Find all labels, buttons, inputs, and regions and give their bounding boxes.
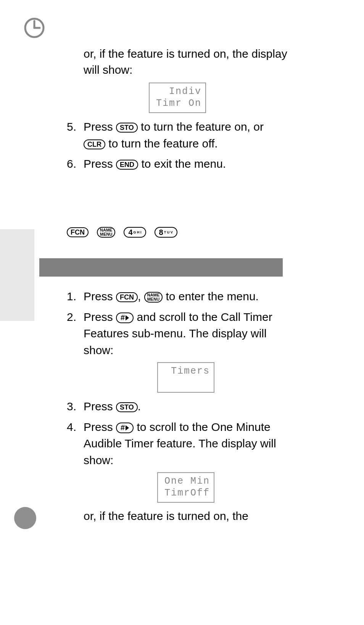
fcn-key-icon: FCN bbox=[67, 227, 89, 237]
step-text: Press bbox=[84, 157, 116, 170]
step-number: 6. bbox=[67, 155, 76, 172]
side-tab bbox=[0, 229, 34, 321]
step-text: Press bbox=[84, 421, 116, 433]
step-number: 2. bbox=[67, 309, 76, 325]
key-digit: 8 bbox=[159, 228, 163, 237]
step-number: 4. bbox=[67, 419, 76, 436]
step-text: to turn the feature on, or bbox=[138, 120, 264, 133]
step-text: to turn the feature off. bbox=[105, 137, 218, 150]
fcn-key-icon: FCN bbox=[116, 292, 138, 302]
section-divider-bar bbox=[39, 258, 283, 277]
shortcut-key-row: FCN NAME MENU 4G H I 8T U V bbox=[67, 227, 177, 238]
step-text: Press bbox=[84, 311, 116, 323]
lcd-line: Timr On bbox=[156, 98, 201, 109]
key-letters: T U V bbox=[164, 231, 173, 234]
digit-8-key-icon: 8T U V bbox=[155, 227, 177, 238]
name-menu-key-icon: NAMEMENU bbox=[144, 292, 163, 303]
step-number: 1. bbox=[67, 288, 76, 305]
key-letters: G H I bbox=[134, 231, 142, 234]
step-number: 3. bbox=[67, 398, 76, 415]
step-5: 5. Press STO to turn the feature on, or … bbox=[67, 118, 288, 152]
page: or, if the feature is turned on, the dis… bbox=[0, 0, 364, 625]
svg-marker-3 bbox=[126, 315, 129, 321]
step-number: 5. bbox=[67, 118, 76, 135]
step-3: 3. Press STO. bbox=[67, 398, 288, 415]
sto-key-icon: STO bbox=[116, 123, 138, 133]
step-text: to enter the menu. bbox=[163, 290, 259, 303]
step-1: 1. Press FCN, NAMEMENU to enter the menu… bbox=[67, 288, 288, 305]
hash-scroll-key-icon: # bbox=[116, 423, 134, 433]
lcd-line: Timers bbox=[171, 366, 210, 377]
lcd-line: TimrOff bbox=[164, 487, 210, 499]
clr-key-icon: CLR bbox=[84, 139, 105, 149]
lcd-display: One Min TimrOff bbox=[157, 472, 214, 503]
hash-scroll-key-icon: # bbox=[116, 312, 134, 323]
end-key-icon: END bbox=[116, 160, 138, 170]
key-label-bottom: MENU bbox=[147, 297, 159, 301]
sto-key-icon: STO bbox=[116, 402, 138, 412]
step-text: Press bbox=[84, 400, 116, 413]
step-text: Press bbox=[84, 290, 116, 303]
step-4: 4. Press # to scroll to the One Minute A… bbox=[67, 419, 288, 503]
step-text: . bbox=[138, 400, 141, 413]
step-text: to exit the menu. bbox=[138, 157, 226, 170]
step-text: , bbox=[138, 290, 144, 303]
svg-marker-4 bbox=[126, 425, 129, 431]
lcd-display: Timers bbox=[157, 362, 214, 393]
name-menu-key-icon: NAME MENU bbox=[97, 227, 115, 238]
page-dot-icon bbox=[14, 507, 36, 529]
step-6: 6. Press END to exit the menu. bbox=[67, 155, 288, 172]
intro-text: or, if the feature is turned on, the dis… bbox=[84, 46, 288, 78]
key-hash: # bbox=[121, 312, 125, 323]
step-text: Press bbox=[84, 120, 116, 133]
lcd-display: Indiv Timr On bbox=[149, 83, 206, 113]
section-top: or, if the feature is turned on, the dis… bbox=[67, 46, 288, 176]
clock-icon bbox=[24, 17, 45, 39]
key-digit: 4 bbox=[128, 228, 132, 237]
key-label-bottom: MENU bbox=[100, 232, 112, 236]
key-hash: # bbox=[121, 422, 125, 433]
lcd-line: One Min bbox=[164, 476, 210, 487]
lcd-line: Indiv bbox=[169, 86, 201, 97]
section-bottom: 1. Press FCN, NAMEMENU to enter the menu… bbox=[67, 285, 288, 529]
step-2: 2. Press # and scroll to the Call Timer … bbox=[67, 309, 288, 393]
digit-4-key-icon: 4G H I bbox=[124, 227, 146, 238]
trailing-text: or, if the feature is turned on, the bbox=[84, 508, 288, 524]
